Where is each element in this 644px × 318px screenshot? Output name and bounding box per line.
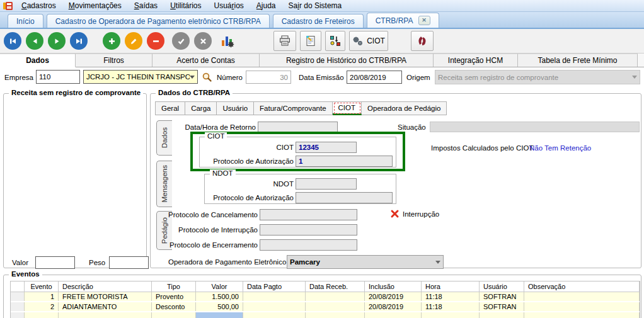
retencao-link[interactable]: Não Tem Retenção [529,144,591,152]
cell-data-pagto[interactable] [243,292,306,301]
ciot-field[interactable]: 12345 [296,142,357,153]
data-hora-retorno-field[interactable] [258,122,338,132]
chart-settings-button[interactable] [218,31,237,50]
x-icon [199,37,207,45]
prior-record-icon [31,37,39,45]
eventos-table: Evento Descrição Tipo Valor Data Pagto D… [10,281,640,318]
search-icon[interactable] [202,72,212,82]
window-tab-ctrb-rpa[interactable]: CTRB/RPA ✕ [367,13,439,28]
cancel-button[interactable] [194,32,212,50]
tab-filtros[interactable]: Filtros [76,54,152,67]
cell-data-receb[interactable] [306,302,365,311]
protocolo-interrupcao-label: Protocolo de Interrupção [166,226,258,234]
cell-hora[interactable]: 11:18 [422,292,480,301]
menu-sair[interactable]: Sair do Sistema [282,1,348,11]
delete-button[interactable] [147,32,164,50]
last-record-icon [75,37,83,45]
first-record-button[interactable] [4,32,21,50]
cell-tipo[interactable]: Desconto [152,302,196,311]
empresa-code-field[interactable]: 110 [36,70,80,84]
cell-valor[interactable]: 500,00 [196,302,243,311]
cell-observacao[interactable] [524,292,640,301]
edit-button[interactable] [125,32,142,50]
eventos-groupbox-title: Eventos [9,270,42,278]
operadora-combo[interactable]: Pamcary [287,255,444,269]
window-tab-operadora[interactable]: Cadastro de Operadora de Pagamento eletr… [47,14,270,28]
ndot-protocolo-field[interactable] [296,192,393,203]
softran-logo-button[interactable] [411,31,434,51]
menu-utilitarios[interactable]: Utilitários [164,1,207,11]
cell-usuario[interactable]: SOFTRAN [480,292,524,301]
data-emissao-field[interactable]: 20/08/2019 [347,71,402,84]
peso-field[interactable] [109,256,149,269]
tab-tabela-frete-minimo[interactable]: Tabela de Frete Mínimo [518,54,638,67]
ciot-protocolo-field[interactable]: 1 [296,156,393,167]
tab-integracao-hcm[interactable]: Integração HCM [434,54,518,67]
tab-geral[interactable]: Geral [155,101,185,115]
menu-movimentacoes[interactable]: Movimentações [62,1,128,11]
cell-tipo[interactable]: Provento [152,292,196,301]
cell-descricao[interactable]: FRETE MOTORISTA [59,292,152,301]
report-button[interactable] [300,31,321,51]
cell-evento[interactable]: 2 [25,302,59,311]
cell-evento[interactable]: 1 [25,292,59,301]
insert-button[interactable] [103,32,120,50]
situacao-label: Situação [398,123,426,131]
last-record-button[interactable] [70,32,88,50]
situacao-field [430,122,640,132]
cell-data-pagto[interactable] [243,302,306,311]
tab-ciot[interactable]: CIOT [333,101,362,115]
protocolo-interrupcao-field[interactable] [260,224,357,236]
row-selector-header [11,281,25,292]
cell-observacao[interactable] [524,302,640,311]
menu-saidas[interactable]: Saídas [128,1,164,11]
cell-descricao[interactable]: ADIANTAMENTO [59,302,152,311]
ciot-button-label: CIOT [367,37,385,45]
operadora-combo-value: Pamcary [290,258,320,266]
row-selector[interactable] [11,292,25,301]
cell-inclusao[interactable]: 20/08/2019 [365,292,422,301]
tab-dados[interactable]: Dados [0,54,76,67]
window-tab-freteiros[interactable]: Cadastro de Freteiros [273,14,364,28]
tab-carga[interactable]: Carga [185,101,217,115]
tab-acerto-de-contas[interactable]: Acerto de Contas [152,54,260,67]
dados-ctrb-groupbox-title: Dados do CTRB/RPA [156,89,233,96]
row-selector[interactable] [11,302,25,311]
tab-operadora-pedagio[interactable]: Operadora de Pedágio [362,101,447,115]
tab-fatura-comprovante[interactable]: Fatura/Comprovante [254,101,332,115]
ndot-field[interactable] [296,178,357,190]
window-tab-inicio[interactable]: Início [8,14,43,28]
ndot-protocolo-label: Protocolo de Autorização [204,194,294,202]
side-tab-dados[interactable]: Dados [156,120,172,156]
menu-cadastros[interactable]: Cadastros [15,1,62,11]
side-tab-mensagens[interactable]: Mensagens [156,161,172,207]
cell-hora[interactable]: 11:18 [422,302,480,311]
prior-record-button[interactable] [26,32,43,50]
cell-usuario[interactable]: SOFTRAN [480,302,524,311]
export-button[interactable] [325,31,345,51]
close-tab-icon[interactable]: ✕ [418,16,430,25]
cell-data-receb[interactable] [306,292,365,301]
table-row[interactable]: 2 ADIANTAMENTO Desconto 500,00 20/08/201… [11,302,640,312]
chevron-down-icon [190,76,195,79]
ciot-button[interactable]: CIOT [349,31,388,51]
confirm-button[interactable] [172,32,190,50]
tab-registro-historico[interactable]: Registro de Histórico do CTRB/RPA [260,54,434,67]
valor-field[interactable] [35,256,75,269]
protocolo-cancelamento-field[interactable] [260,209,357,220]
next-record-button[interactable] [48,32,66,50]
chart-settings-icon [221,34,234,48]
tab-usuario[interactable]: Usuário [217,101,254,115]
empresa-combo[interactable]: JCRJO - JC THEDIN TRANSPORT [83,70,198,84]
menu-usuarios[interactable]: Usuários [207,1,250,11]
cell-valor[interactable]: 1.500,00 [196,292,243,301]
table-row[interactable]: 1 FRETE MOTORISTA Provento 1.500,00 20/0… [11,292,640,302]
app-icon [3,2,13,10]
print-button[interactable] [273,31,296,51]
cell-inclusao[interactable]: 20/08/2019 [365,302,422,311]
numero-field[interactable]: 30 [246,71,291,84]
menu-ajuda[interactable]: Ajuda [250,1,282,11]
protocolo-encerramento-field[interactable] [260,239,357,251]
interruption-x-icon [390,209,400,219]
printer-icon [279,35,291,47]
